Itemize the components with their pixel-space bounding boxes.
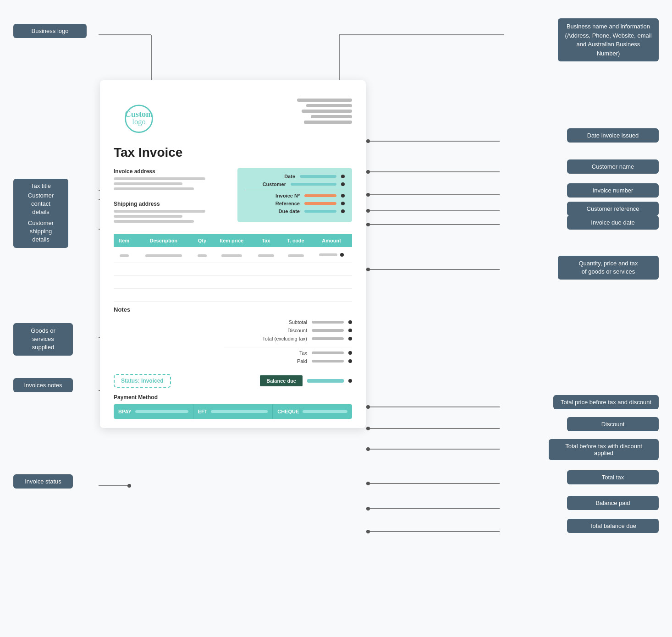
meta-row-customer: Customer bbox=[245, 181, 345, 187]
info-line-5 bbox=[304, 121, 352, 124]
info-line-1 bbox=[297, 99, 352, 102]
invoice-table-head: Item Description Qty Item price Tax T. c… bbox=[114, 234, 352, 247]
table-row-empty-1 bbox=[114, 263, 352, 276]
svg-point-15 bbox=[366, 170, 370, 174]
meta-invoice-no-label: Invoice Nº bbox=[268, 193, 300, 198]
col-item-price: Item price bbox=[212, 234, 252, 247]
totals-divider bbox=[224, 347, 352, 347]
logo-area: Custom logo bbox=[114, 94, 169, 137]
col-tax: Tax bbox=[252, 234, 281, 247]
meta-customer-dot bbox=[341, 182, 345, 186]
subtotal-dot bbox=[348, 320, 352, 324]
meta-due-date-dot bbox=[341, 209, 345, 213]
meta-invoice-no-dot bbox=[341, 194, 345, 198]
meta-divider-1 bbox=[245, 190, 345, 190]
payment-method-bpay: BPAY bbox=[114, 404, 193, 419]
bpay-line bbox=[135, 410, 188, 413]
label-invoice-status: Invoice status bbox=[13, 474, 73, 489]
payment-section: Payment Method BPAY EFT CHEQUE bbox=[114, 394, 352, 419]
col-item: Item bbox=[114, 234, 135, 247]
status-row: Status: Invoiced Balance due bbox=[114, 374, 352, 388]
meta-date-label: Date bbox=[263, 174, 295, 179]
invoice-table-body bbox=[114, 247, 352, 302]
tax-value bbox=[312, 351, 344, 354]
meta-row-due-date: Due date bbox=[245, 209, 345, 214]
discount-value bbox=[312, 329, 344, 332]
business-info-lines bbox=[297, 94, 352, 124]
meta-reference-value bbox=[304, 202, 336, 205]
label-goods-services: Goods or services supplied bbox=[13, 323, 73, 356]
meta-due-date-label: Due date bbox=[268, 209, 300, 214]
addr-line-3 bbox=[114, 187, 194, 190]
label-date-issued: Date invoice issued bbox=[567, 128, 659, 143]
total-excl-value bbox=[312, 337, 344, 340]
svg-point-39 bbox=[366, 507, 370, 511]
col-amount: Amount bbox=[311, 234, 352, 247]
payment-methods: BPAY EFT CHEQUE bbox=[114, 404, 352, 419]
label-invoices-notes: Invoices notes bbox=[13, 378, 73, 392]
diagram-container: Business logo Tax title Customer contact… bbox=[0, 0, 672, 637]
label-business-logo: Business logo bbox=[13, 24, 87, 38]
eft-label: EFT bbox=[198, 409, 208, 414]
payment-title: Payment Method bbox=[114, 394, 352, 401]
total-row-paid: Paid bbox=[224, 358, 352, 364]
invoice-title: Tax Invoice bbox=[114, 145, 352, 160]
balance-due-label: Balance due bbox=[260, 375, 303, 386]
svg-point-19 bbox=[366, 209, 370, 213]
cell-price bbox=[212, 247, 252, 263]
notes-section: Notes bbox=[114, 306, 352, 313]
cell-item bbox=[114, 247, 135, 263]
meta-row-invoice-no: Invoice Nº bbox=[245, 193, 345, 198]
meta-box-container: Date Customer Invoice Nº bbox=[237, 168, 352, 225]
svg-point-31 bbox=[366, 427, 370, 430]
info-line-4 bbox=[311, 115, 352, 118]
paid-value bbox=[312, 360, 344, 362]
col-qty: Qty bbox=[193, 234, 212, 247]
meta-date-value bbox=[300, 175, 336, 178]
totals-section: Subtotal Discount Total (excluding tax) … bbox=[114, 319, 352, 367]
meta-row-date: Date bbox=[245, 174, 345, 179]
meta-date-dot bbox=[341, 175, 345, 178]
invoice-table: Item Description Qty Item price Tax T. c… bbox=[114, 234, 352, 302]
label-total-before-tax-discount: Total price before tax and discount bbox=[553, 395, 659, 409]
label-qty-price-tax: Quantity, price and tax of goods or serv… bbox=[558, 256, 659, 280]
meta-row-reference: Reference bbox=[245, 201, 345, 206]
meta-due-date-value bbox=[304, 210, 336, 213]
label-customer-reference: Customer reference bbox=[567, 202, 659, 216]
cheque-label: CHEQUE bbox=[277, 409, 299, 414]
label-total-before-tax-with-discount: Total before tax with discount applied bbox=[549, 439, 659, 460]
svg-text:logo: logo bbox=[132, 117, 145, 126]
cell-tax bbox=[252, 247, 281, 263]
tax-label: Tax bbox=[248, 350, 307, 356]
cheque-line bbox=[303, 410, 347, 413]
table-row bbox=[114, 247, 352, 263]
total-excl-dot bbox=[348, 337, 352, 340]
cell-tcode bbox=[281, 247, 311, 263]
payment-method-eft: EFT bbox=[193, 404, 273, 419]
table-row-empty-3 bbox=[114, 289, 352, 302]
address-section: Invoice address Shipping address Date bbox=[114, 168, 352, 225]
balance-due-row: Balance due bbox=[260, 375, 352, 386]
meta-customer-value bbox=[291, 183, 336, 186]
cell-qty bbox=[193, 247, 212, 263]
discount-label: Discount bbox=[248, 328, 307, 333]
table-row-empty-2 bbox=[114, 276, 352, 289]
cell-desc bbox=[135, 247, 193, 263]
info-line-2 bbox=[306, 104, 352, 107]
status-badge: Status: Invoiced bbox=[114, 374, 171, 388]
label-balance-paid: Balance paid bbox=[567, 496, 659, 510]
svg-point-37 bbox=[366, 482, 370, 485]
meta-reference-label: Reference bbox=[268, 201, 300, 206]
label-business-info: Business name and information (Address, … bbox=[558, 18, 659, 61]
shipping-address-label: Shipping address bbox=[114, 201, 228, 207]
label-invoice-number: Invoice number bbox=[567, 183, 659, 198]
table-header-row: Item Description Qty Item price Tax T. c… bbox=[114, 234, 352, 247]
svg-point-13 bbox=[366, 139, 370, 143]
total-row-tax: Tax bbox=[224, 350, 352, 356]
svg-point-17 bbox=[366, 193, 370, 197]
ship-line-2 bbox=[114, 215, 182, 218]
cell-amount bbox=[311, 247, 352, 263]
discount-dot bbox=[348, 329, 352, 332]
subtotal-label: Subtotal bbox=[248, 319, 307, 325]
invoice-address-block: Invoice address Shipping address bbox=[114, 168, 228, 225]
